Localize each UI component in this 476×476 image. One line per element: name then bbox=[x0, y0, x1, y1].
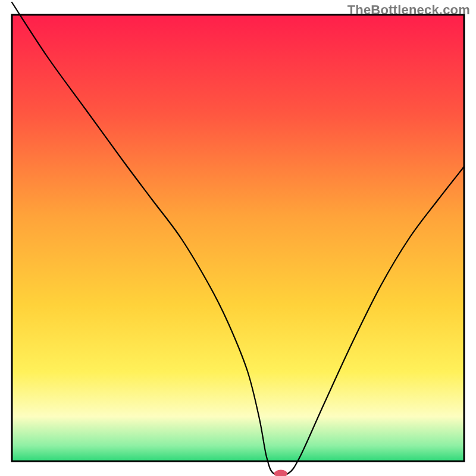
bottleneck-chart bbox=[0, 0, 476, 476]
chart-stage: TheBottleneck.com bbox=[0, 0, 476, 476]
watermark-text: TheBottleneck.com bbox=[347, 2, 470, 18]
gradient-background bbox=[12, 15, 464, 461]
optimal-marker bbox=[274, 470, 287, 476]
